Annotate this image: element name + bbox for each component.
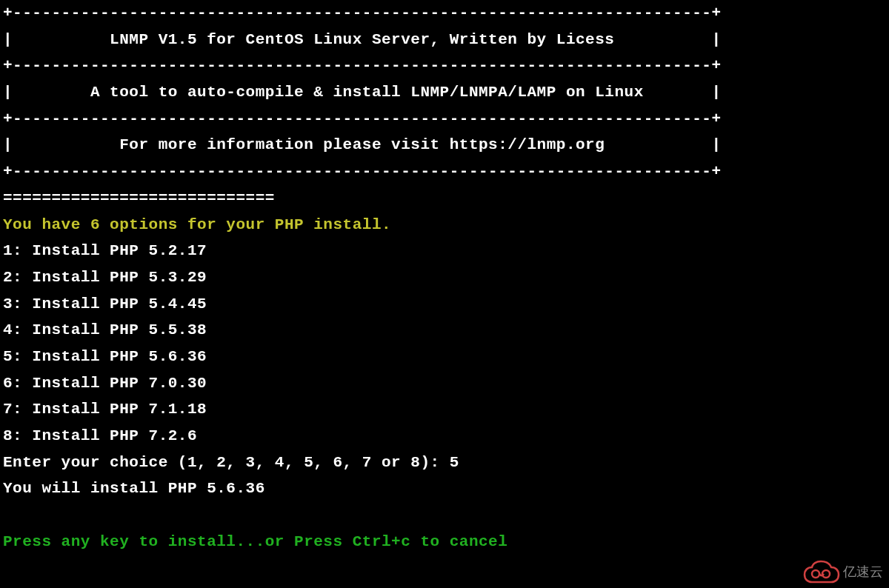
box-border-top: +---------------------------------------… [3,0,886,27]
box-border-mid2: +---------------------------------------… [3,106,886,133]
continue-prompt: Press any key to install...or Press Ctrl… [3,529,886,555]
php-option-8: 8: Install PHP 7.2.6 [3,423,886,450]
choice-prompt-text: Enter your choice (1, 2, 3, 4, 5, 6, 7 o… [3,454,450,471]
watermark: 亿速云 [802,560,883,584]
choice-line: Enter your choice (1, 2, 3, 4, 5, 6, 7 o… [3,450,886,476]
box-border-mid1: +---------------------------------------… [3,53,886,79]
php-option-1: 1: Install PHP 5.2.17 [3,238,886,264]
php-option-6: 6: Install PHP 7.0.30 [3,370,886,397]
php-option-2: 2: Install PHP 5.3.29 [3,264,886,291]
php-option-3: 3: Install PHP 5.4.45 [3,291,886,318]
separator: ============================ [3,185,886,212]
box-info: | For more information please visit http… [3,132,886,158]
cloud-icon [802,560,840,584]
php-option-7: 7: Install PHP 7.1.18 [3,396,886,423]
box-subtitle: | A tool to auto-compile & install LNMP/… [3,79,886,106]
options-heading: You have 6 options for your PHP install. [3,212,886,238]
blank-line [3,502,886,529]
choice-input[interactable]: 5 [450,454,459,471]
box-title: | LNMP V1.5 for CentOS Linux Server, Wri… [3,27,886,53]
watermark-text: 亿速云 [843,561,883,584]
php-option-5: 5: Install PHP 5.6.36 [3,344,886,370]
php-option-4: 4: Install PHP 5.5.38 [3,317,886,344]
box-border-bottom: +---------------------------------------… [3,158,886,185]
confirmation-text: You will install PHP 5.6.36 [3,475,886,502]
terminal-output[interactable]: +---------------------------------------… [0,0,889,555]
svg-point-0 [812,570,819,578]
